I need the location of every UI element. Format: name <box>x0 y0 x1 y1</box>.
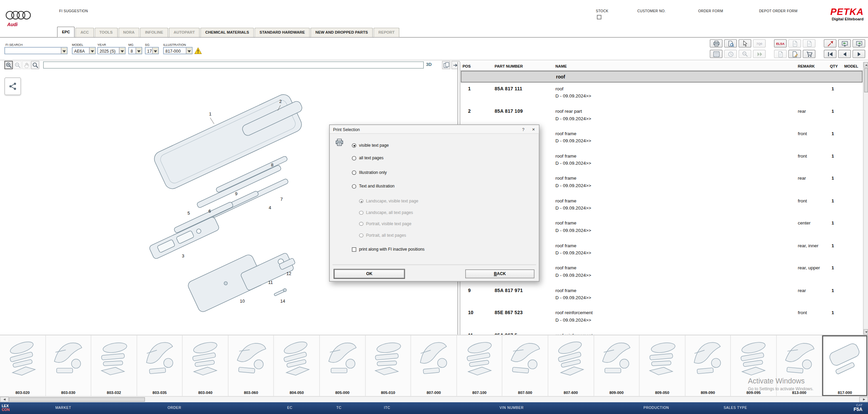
table-row[interactable]: 1185A 867 5roof reinforcement <box>460 329 863 335</box>
thumbnail-scrollbar[interactable] <box>0 396 868 401</box>
scroll-up-icon[interactable] <box>864 62 868 67</box>
thumbnail-803-020[interactable]: 803-020 <box>0 335 46 396</box>
back-button[interactable]: BACK <box>465 269 535 278</box>
cart-button[interactable] <box>803 50 815 58</box>
print-button[interactable] <box>710 39 722 48</box>
scrollbar-thumb[interactable] <box>9 397 145 401</box>
depot-order-form-label[interactable]: DEPOT ORDER FORM <box>759 9 797 13</box>
thumbnail-803-030[interactable]: 803-030 <box>46 335 92 396</box>
zoom-in-button[interactable] <box>4 61 13 69</box>
notes-button[interactable] <box>788 50 801 58</box>
fi-search-input[interactable] <box>4 47 68 54</box>
table-row[interactable]: 185A 817 111roofD - 09.09.2024>>1 <box>460 83 863 105</box>
thumbnail-807-100[interactable]: 807-100 <box>457 335 503 396</box>
thumbnail-803-040[interactable]: 803-040 <box>183 335 229 396</box>
part-callout-1[interactable]: 1 <box>209 111 211 116</box>
column-part-number[interactable]: PART NUMBER <box>494 64 523 68</box>
screen-forward-button[interactable] <box>852 39 865 48</box>
screen-back-button[interactable] <box>838 39 851 48</box>
print-option-all-text-pages[interactable]: all text pages <box>352 155 383 161</box>
nav-next-button[interactable] <box>852 50 865 58</box>
scrollbar-thumb[interactable] <box>864 68 868 92</box>
tab-chemical-materials[interactable]: CHEMICAL MATERIALS <box>200 28 254 37</box>
thumbnail-805-000[interactable]: 805-000 <box>320 335 366 396</box>
ok-button[interactable]: OK <box>334 269 404 278</box>
column-name[interactable]: NAME <box>556 64 567 68</box>
thumbnail-807-500[interactable]: 807-500 <box>503 335 548 396</box>
tab-standard-hardware[interactable]: STANDARD HARDWARE <box>255 28 310 37</box>
thumbnail-809-050[interactable]: 809-050 <box>639 335 685 396</box>
close-button[interactable]: × <box>532 126 535 132</box>
part-callout-10[interactable]: 10 <box>240 299 245 304</box>
nav-first-button[interactable] <box>824 50 836 58</box>
thumbnail-804-050[interactable]: 804-050 <box>274 335 320 396</box>
fit-page-button[interactable] <box>442 61 450 69</box>
dropdown-arrow-icon[interactable] <box>89 48 95 54</box>
help-button[interactable]: ? <box>522 127 525 132</box>
column-remark[interactable]: REMARK <box>798 64 815 68</box>
thumbnail-label: 805-000 <box>320 391 365 394</box>
part-callout-3[interactable]: 3 <box>182 253 184 258</box>
nav-prev-button[interactable] <box>838 50 851 58</box>
table-row[interactable]: 985A 817 971roof frameD - 09.09.2024>>re… <box>460 285 863 307</box>
illustration-info-field[interactable] <box>43 61 424 69</box>
thumbnail-809-095[interactable]: 809-095 <box>731 335 777 396</box>
scroll-down-icon[interactable] <box>864 329 868 335</box>
part-callout-8[interactable]: 8 <box>271 162 273 167</box>
part-callout-7[interactable]: 7 <box>281 197 283 202</box>
dropdown-arrow-icon[interactable] <box>119 48 125 54</box>
dropdown-arrow-icon[interactable] <box>152 48 158 54</box>
part-callout-9[interactable]: 9 <box>235 191 237 196</box>
dropdown-arrow-icon[interactable] <box>186 48 192 54</box>
thumbnail-807-000[interactable]: 807-000 <box>411 335 457 396</box>
stock-checkbox[interactable] <box>597 15 601 19</box>
pointer-tool-button[interactable] <box>739 39 751 48</box>
column-pos[interactable]: POS <box>463 64 471 68</box>
thumbnail-803-060[interactable]: 803-060 <box>229 335 274 396</box>
part-callout-14[interactable]: 14 <box>280 299 285 304</box>
inactive-positions-checkbox[interactable]: print along with FI inactive positions <box>352 247 424 252</box>
dropdown-arrow-icon[interactable] <box>135 48 142 54</box>
illustration-select[interactable]: 817-000 <box>163 47 193 54</box>
thumbnail-817-000[interactable]: 817-000 <box>822 335 868 396</box>
column-qty[interactable]: QTY <box>830 64 838 68</box>
zoom-area-button[interactable] <box>31 61 39 69</box>
detail-list-button[interactable] <box>710 50 722 58</box>
pin-button[interactable] <box>824 39 836 48</box>
tab-epc[interactable]: EPC <box>57 26 75 37</box>
part-callout-5[interactable]: 5 <box>187 211 190 216</box>
dropdown-arrow-icon[interactable] <box>61 48 67 54</box>
thumbnail-803-032[interactable]: 803-032 <box>91 335 137 396</box>
order-form-label[interactable]: ORDER FORM <box>698 9 723 13</box>
thumbnail-813-000[interactable]: 813-000 <box>777 335 822 396</box>
sg-select[interactable]: 17 <box>145 47 159 54</box>
table-row[interactable]: 1085E 867 523roof reinforcementD - 09.09… <box>460 307 863 329</box>
part-callout-12[interactable]: 12 <box>286 271 291 276</box>
thumbnail-805-010[interactable]: 805-010 <box>365 335 411 396</box>
column-model[interactable]: MODEL <box>844 64 858 68</box>
scroll-left-icon[interactable] <box>0 397 9 402</box>
part-callout-2[interactable]: 2 <box>279 99 282 104</box>
part-callout-6[interactable]: 6 <box>209 209 211 214</box>
dialog-titlebar[interactable]: Print Selection ? × <box>330 125 539 134</box>
thumbnail-807-600[interactable]: 807-600 <box>548 335 594 396</box>
table-scrollbar[interactable] <box>863 62 868 335</box>
group-header-row[interactable]: roof <box>461 71 863 83</box>
print-option-visible-text-page[interactable]: visible text page <box>352 142 389 148</box>
thumbnail-803-035[interactable]: 803-035 <box>137 335 183 396</box>
print-option-illustration-only[interactable]: Illustration only <box>352 169 387 176</box>
tab-new-and-dropped-parts[interactable]: NEW AND DROPPED PARTS <box>310 28 373 37</box>
print-preview-button[interactable] <box>724 39 737 48</box>
thumbnail-809-000[interactable]: 809-000 <box>594 335 640 396</box>
part-callout-11[interactable]: 11 <box>268 280 273 285</box>
scroll-right-icon[interactable] <box>859 397 868 402</box>
exploded-roof-diagram[interactable]: 12897465312111014 <box>17 69 326 329</box>
part-callout-4[interactable]: 4 <box>269 205 271 210</box>
model-select[interactable]: AE6A <box>72 47 96 54</box>
view-3d-button[interactable]: 3D <box>426 62 432 67</box>
thumbnail-809-090[interactable]: 809-090 <box>685 335 731 396</box>
mg-select[interactable]: 8 <box>128 47 142 54</box>
elsa-button[interactable]: ELSA <box>774 39 786 48</box>
year-select[interactable]: 2025 (S) <box>97 47 126 54</box>
print-option-text-and-illustration[interactable]: Text and illustration <box>352 183 395 189</box>
